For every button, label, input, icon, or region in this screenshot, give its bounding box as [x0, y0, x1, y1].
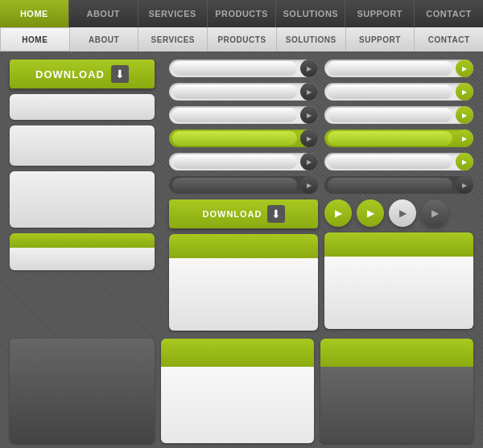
nav2-item-solutions[interactable]: SOLUTIONS — [277, 27, 346, 51]
nav2-item-services[interactable]: SERVICES — [138, 27, 208, 51]
scrollbar-dark-1[interactable]: ▶ — [169, 176, 318, 194]
scrollbar-3[interactable]: ▶ — [169, 106, 318, 124]
scrollbar-thumb-green-1 — [172, 131, 297, 146]
big-panel-dark-body — [320, 367, 473, 443]
scrollbar-thumb-r4 — [328, 154, 452, 169]
left-column: DOWNLOAD ⬇ — [10, 60, 163, 331]
scrollbar-arrow-4[interactable]: ▶ — [300, 153, 318, 171]
scrollbar-r3[interactable]: ▶ — [324, 106, 473, 124]
panel-mid-bottom — [169, 234, 318, 331]
play-btn-dark[interactable]: ▶ — [421, 199, 448, 227]
panel-white-bottom — [10, 248, 155, 270]
scrollbar-arrow-r-dark[interactable]: ▶ — [456, 176, 473, 194]
nav2-item-contact[interactable]: CONTACT — [415, 27, 483, 51]
scrollbar-r-dark[interactable]: ▶ — [324, 176, 473, 194]
scrollbar-thumb-r-dark — [328, 178, 452, 192]
nav2-item-home[interactable]: HOME — [0, 27, 70, 51]
right-column: ▶ ▶ ▶ ▶ ▶ ▶ ▶ ▶ ▶ ▶ — [324, 60, 473, 331]
main-content: DOWNLOAD ⬇ ▶ ▶ ▶ ▶ — [0, 51, 483, 339]
scrollbar-thumb-1 — [172, 61, 297, 76]
panel-light-3 — [10, 171, 155, 228]
big-panel-top-green — [161, 339, 314, 367]
scrollbar-2[interactable]: ▶ — [169, 83, 318, 101]
nav2-item-products[interactable]: PRODUCTS — [208, 27, 277, 51]
big-panel-body-white — [161, 367, 314, 443]
nav-item-services[interactable]: SERVICES — [138, 0, 208, 27]
scrollbar-arrow-r4[interactable]: ▶ — [456, 153, 473, 171]
scrollbar-arrow-green-1[interactable]: ▶ — [300, 129, 318, 147]
panel-white-bottom-mid — [169, 258, 318, 331]
scrollbar-arrow-dark-1[interactable]: ▶ — [300, 176, 318, 194]
download-label-2: DOWNLOAD — [203, 209, 262, 219]
scrollbar-thumb-r1 — [328, 61, 452, 76]
download-icon: ⬇ — [111, 65, 129, 83]
scrollbar-4[interactable]: ▶ — [169, 153, 318, 171]
big-panel-dark — [10, 339, 155, 443]
nav-item-products[interactable]: PRODUCTS — [208, 0, 277, 27]
scrollbar-arrow-1[interactable]: ▶ — [300, 60, 318, 77]
nav-item-solutions[interactable]: SOLUTIONS — [276, 0, 345, 27]
panel-white-bottom-right — [324, 257, 473, 329]
scrollbar-thumb-dark-1 — [172, 178, 297, 192]
download-button-primary[interactable]: DOWNLOAD ⬇ — [10, 60, 155, 88]
panel-green-top-right — [324, 232, 473, 257]
panel-light-1 — [10, 94, 155, 120]
scrollbar-arrow-2[interactable]: ▶ — [300, 83, 318, 101]
nav-bar-secondary: HOME ABOUT SERVICES PRODUCTS SOLUTIONS S… — [0, 27, 483, 51]
scrollbar-arrow-r-green[interactable]: ▶ — [456, 129, 473, 147]
download-label: DOWNLOAD — [35, 68, 105, 80]
scrollbar-1[interactable]: ▶ — [169, 60, 318, 77]
download-button-secondary[interactable]: DOWNLOAD ⬇ — [169, 199, 318, 228]
panel-light-2 — [10, 125, 155, 166]
scrollbar-arrow-r1[interactable]: ▶ — [456, 60, 473, 77]
scrollbar-thumb-r-green — [328, 131, 452, 146]
panel-green-top-mid — [169, 234, 318, 258]
download-icon-2: ⬇ — [267, 205, 285, 223]
nav2-item-support[interactable]: SUPPORT — [346, 27, 415, 51]
scrollbar-thumb-4 — [172, 154, 297, 169]
panel-green-white-1 — [10, 233, 155, 270]
scrollbar-r4[interactable]: ▶ — [324, 153, 473, 171]
big-panel-white — [161, 339, 314, 443]
scrollbar-arrow-3[interactable]: ▶ — [300, 106, 318, 124]
panel-green-top — [10, 233, 155, 248]
nav-item-support[interactable]: SUPPORT — [345, 0, 415, 27]
middle-column: ▶ ▶ ▶ ▶ ▶ ▶ DOWNLOAD ⬇ — [169, 60, 318, 331]
play-btn-green-2[interactable]: ▶ — [357, 199, 384, 227]
nav-item-home[interactable]: HOME — [0, 0, 69, 27]
scrollbar-r2[interactable]: ▶ — [324, 83, 473, 101]
scrollbar-r-green[interactable]: ▶ — [324, 129, 473, 147]
play-btn-light[interactable]: ▶ — [389, 199, 416, 227]
nav-item-about[interactable]: ABOUT — [69, 0, 138, 27]
scrollbar-thumb-r3 — [328, 108, 452, 122]
big-panel-dark-green-top — [320, 339, 473, 367]
bottom-panels-row — [0, 339, 483, 448]
big-panel-dark-green — [320, 339, 473, 443]
scrollbar-r1[interactable]: ▶ — [324, 60, 473, 77]
play-btn-green-1[interactable]: ▶ — [324, 199, 352, 227]
scrollbar-arrow-r3[interactable]: ▶ — [456, 106, 473, 124]
scrollbar-thumb-2 — [172, 84, 297, 99]
play-buttons-row: ▶ ▶ ▶ ▶ — [324, 199, 473, 227]
nav2-item-about[interactable]: ABOUT — [70, 27, 139, 51]
panel-right-bottom — [324, 232, 473, 329]
nav-item-contact[interactable]: CONTACT — [415, 0, 483, 27]
nav-bar-primary: HOME ABOUT SERVICES PRODUCTS SOLUTIONS S… — [0, 0, 483, 27]
scrollbar-green-1[interactable]: ▶ — [169, 129, 318, 147]
scrollbar-thumb-r2 — [328, 84, 452, 99]
scrollbar-thumb-3 — [172, 108, 297, 122]
scrollbar-arrow-r2[interactable]: ▶ — [456, 83, 473, 101]
